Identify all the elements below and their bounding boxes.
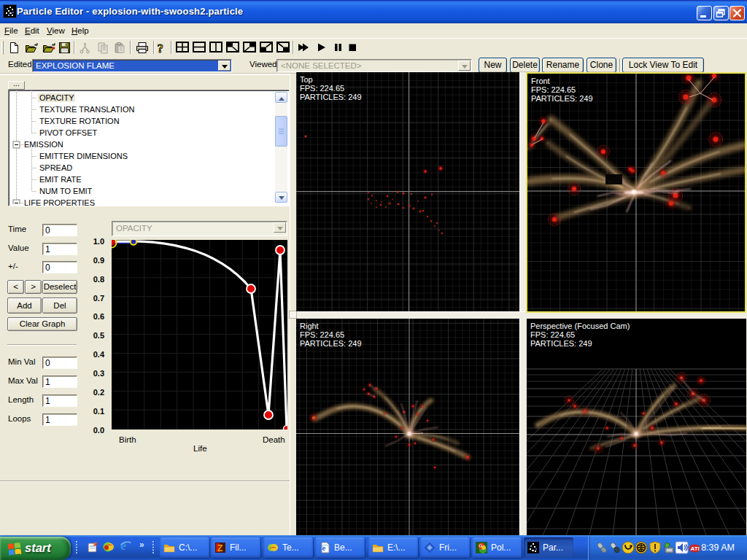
svg-text:Z: Z bbox=[217, 543, 222, 553]
svg-text:?: ? bbox=[158, 42, 164, 54]
svg-text:e: e bbox=[120, 539, 126, 553]
svg-text:ATI: ATI bbox=[691, 545, 700, 552]
